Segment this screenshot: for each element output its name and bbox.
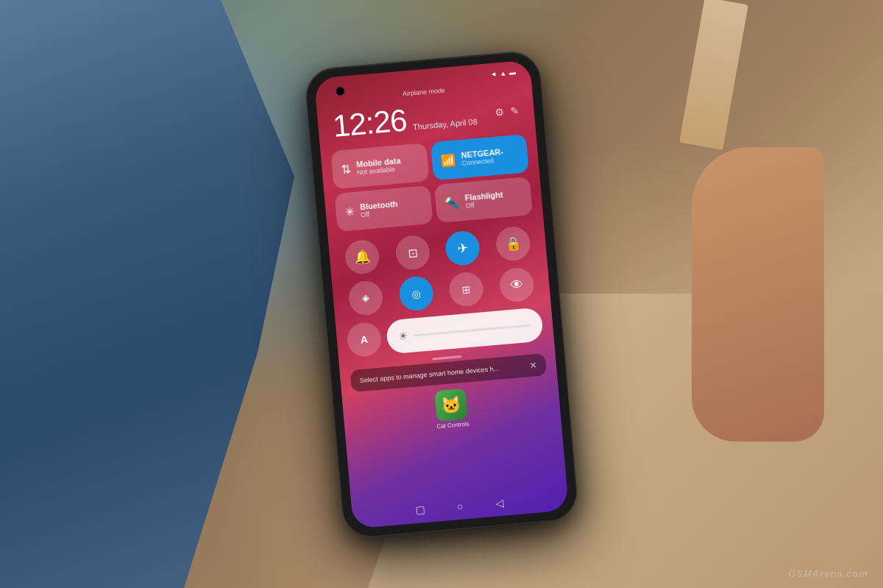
mobile-data-tile[interactable]: ⇅ Mobile data Not available (330, 143, 429, 189)
battery-icon: ▬ (509, 68, 517, 77)
phone-body: ◄ ▲ ▬ Airplane mode 12:26 Thursday, Apri… (304, 49, 580, 539)
brightness-track[interactable] (414, 324, 531, 336)
back-icon: ◁ (495, 496, 504, 509)
lock-icon: 🔒 (504, 235, 522, 252)
smart-home-text: Select apps to manage smart home devices… (359, 361, 530, 383)
edit-icon[interactable]: ✎ (510, 104, 519, 116)
site-watermark: GSMArena.com (788, 568, 868, 579)
back-button[interactable]: ◁ (490, 493, 509, 512)
home-button[interactable]: ○ (450, 496, 469, 515)
panel-divider (432, 355, 461, 359)
home-icon: ○ (456, 500, 464, 512)
phone-wrapper: ◄ ▲ ▬ Airplane mode 12:26 Thursday, Apri… (304, 49, 580, 539)
text-icon: A (360, 333, 368, 345)
person-arm (692, 147, 824, 442)
smart-home-close-button[interactable]: ✕ (529, 360, 537, 371)
brightness-icon: ☀ (398, 330, 408, 342)
phone-screen: ◄ ▲ ▬ Airplane mode 12:26 Thursday, Apri… (314, 60, 569, 528)
cat-controls-app[interactable]: 🐱 Cat Controls (433, 388, 469, 430)
brightness-slider-container[interactable]: ☀ (386, 307, 544, 354)
wifi-icon: ▲ (500, 69, 507, 77)
quick-settings-grid: ⇅ Mobile data Not available 📶 NETGEAR- C… (320, 127, 544, 238)
recents-icon: ▢ (415, 503, 425, 516)
location-icon: ◈ (361, 291, 370, 304)
scan-toggle[interactable]: ⊞ (448, 271, 485, 308)
screenshot-icon: ⊡ (407, 245, 418, 260)
lock-toggle[interactable]: 🔒 (494, 225, 531, 262)
bell-icon: 🔔 (353, 248, 371, 266)
focus-icon: ◎ (411, 287, 421, 300)
text-size-button[interactable]: A (346, 321, 383, 358)
cat-icon: 🐱 (441, 394, 462, 415)
date-display: Thursday, April 08 (413, 116, 478, 131)
recents-button[interactable]: ▢ (411, 500, 430, 519)
bell-toggle[interactable]: 🔔 (344, 238, 380, 275)
cat-controls-icon: 🐱 (434, 388, 468, 422)
airplane-icon: ✈ (456, 239, 469, 256)
wifi-tile[interactable]: 📶 NETGEAR- Connected (430, 134, 529, 180)
mobile-data-icon: ⇅ (341, 161, 352, 176)
settings-icon[interactable]: ⚙ (494, 105, 505, 118)
flashlight-icon: 🔦 (444, 194, 460, 210)
airplane-toggle[interactable]: ✈ (444, 230, 481, 266)
navigation-bar: ▢ ○ ◁ (352, 486, 569, 526)
location-toggle[interactable]: ◈ (347, 280, 384, 316)
flashlight-tile[interactable]: 🔦 Flashlight Off (434, 176, 533, 222)
status-icons: ◄ ▲ ▬ (490, 68, 517, 78)
bluetooth-tile[interactable]: ✳ Bluetooth Off (335, 185, 433, 231)
time-action-icons: ⚙ ✎ (494, 104, 519, 118)
focus-toggle[interactable]: ◎ (398, 275, 435, 312)
bluetooth-icon: ✳ (344, 204, 355, 219)
screenshot-toggle[interactable]: ⊡ (394, 234, 431, 271)
wifi-tile-icon: 📶 (440, 152, 456, 168)
eye-icon: 👁 (509, 276, 524, 292)
clock-time: 12:26 (332, 105, 408, 142)
cat-controls-label: Cat Controls (436, 420, 469, 430)
signal-icon: ◄ (490, 70, 497, 78)
eye-toggle[interactable]: 👁 (498, 266, 535, 303)
scan-icon: ⊞ (461, 283, 471, 295)
